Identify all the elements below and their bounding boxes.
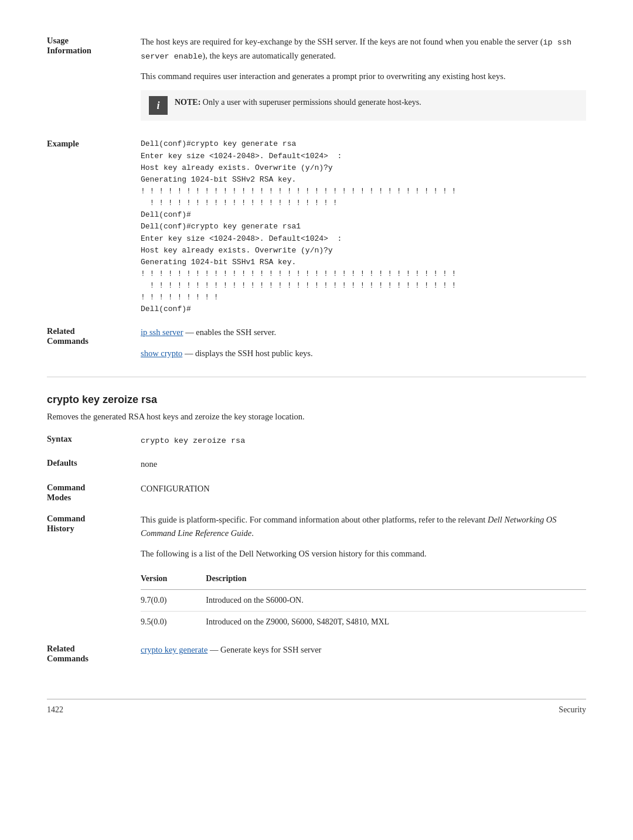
show-crypto-link[interactable]: show crypto (141, 349, 182, 358)
history-italic: Dell Networking OS Command Line Referenc… (141, 515, 557, 538)
footer-section: Security (559, 705, 586, 715)
defaults-content: none (141, 457, 586, 471)
table-row: 9.5(0.0) Introduced on the Z9000, S6000,… (141, 611, 586, 633)
related-item-2: show crypto — displays the SSH host publ… (141, 347, 586, 360)
command-modes-section: CommandModes CONFIGURATION (47, 482, 586, 503)
example-code: Dell(conf)#crypto key generate rsa Enter… (141, 138, 586, 315)
version-950: 9.5(0.0) (141, 611, 206, 633)
related-2-text: — displays the SSH host public keys. (185, 349, 313, 358)
defaults-label: Defaults (47, 457, 141, 471)
example-label: Example (47, 138, 141, 315)
desc-950: Introduced on the Z9000, S6000, S4820T, … (206, 611, 586, 633)
example-content: Dell(conf)#crypto key generate rsa Enter… (141, 138, 586, 315)
syntax-section: Syntax crypto key zeroize rsa (47, 433, 586, 448)
defaults-section: Defaults none (47, 457, 586, 471)
version-table-wrapper: Version Description 9.7(0.0) Introduced … (141, 569, 586, 633)
note-icon: i (149, 96, 168, 115)
crypto-key-generate-link[interactable]: crypto key generate (141, 645, 207, 654)
usage-p2: This command requires user interaction a… (141, 70, 586, 83)
history-p2: The following is a list of the Dell Netw… (141, 547, 586, 561)
usage-code: ip ssh server enable (141, 38, 571, 61)
col-description: Description (206, 569, 586, 589)
ip-ssh-server-link[interactable]: ip ssh server (141, 327, 183, 337)
history-p1: This guide is platform-specific. For com… (141, 513, 586, 540)
page-number: 1422 (47, 705, 63, 715)
related-item-1: ip ssh server — enables the SSH server. (141, 326, 586, 339)
related-bottom-text: — Generate keys for SSH server (210, 645, 321, 654)
note-box: i NOTE: Only a user with superuser permi… (141, 90, 586, 121)
usage-section: UsageInformation The host keys are requi… (47, 35, 586, 128)
table-row: 9.7(0.0) Introduced on the S6000-ON. (141, 589, 586, 611)
usage-content: The host keys are required for key-excha… (141, 35, 586, 128)
section-subtitle: Removes the generated RSA host keys and … (47, 412, 586, 422)
desc-970: Introduced on the S6000-ON. (206, 589, 586, 611)
related-label-bottom: RelatedCommands (47, 643, 141, 664)
syntax-label: Syntax (47, 433, 141, 448)
command-history-content: This guide is platform-specific. For com… (141, 513, 586, 633)
col-version: Version (141, 569, 206, 589)
section-title: crypto key zeroize rsa (47, 394, 586, 406)
section-divider (47, 377, 586, 377)
command-modes-label: CommandModes (47, 482, 141, 503)
syntax-content: crypto key zeroize rsa (141, 433, 586, 448)
command-history-label: CommandHistory (47, 513, 141, 633)
example-section: Example Dell(conf)#crypto key generate r… (47, 138, 586, 315)
related-commands-top: RelatedCommands ip ssh server — enables … (47, 326, 586, 360)
syntax-code: crypto key zeroize rsa (141, 436, 245, 445)
note-text: NOTE: Only a user with superuser permiss… (175, 96, 421, 108)
related-content-bottom: crypto key generate — Generate keys for … (141, 643, 586, 664)
related-1-text: — enables the SSH server. (185, 327, 276, 337)
version-970: 9.7(0.0) (141, 589, 206, 611)
usage-p1: The host keys are required for key-excha… (141, 35, 586, 63)
related-content-top: ip ssh server — enables the SSH server. … (141, 326, 586, 360)
footer: 1422 Security (47, 699, 586, 715)
related-item-bottom: crypto key generate — Generate keys for … (141, 643, 586, 657)
usage-label: UsageInformation (47, 35, 141, 128)
command-modes-content: CONFIGURATION (141, 482, 586, 503)
related-label-top: RelatedCommands (47, 326, 141, 360)
version-table: Version Description 9.7(0.0) Introduced … (141, 569, 586, 633)
related-commands-bottom: RelatedCommands crypto key generate — Ge… (47, 643, 586, 664)
command-history-section: CommandHistory This guide is platform-sp… (47, 513, 586, 633)
